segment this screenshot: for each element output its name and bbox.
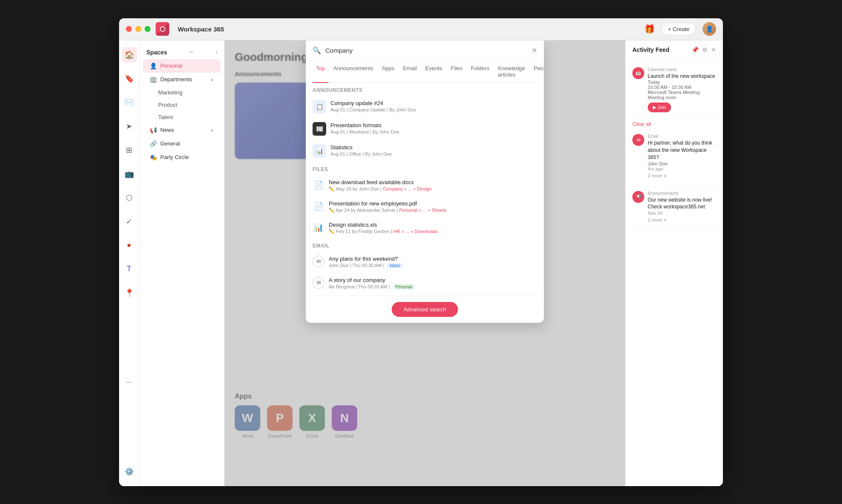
result-announcement-1[interactable]: 📋 Company update #24 Aug 01 | Company Up… — [306, 96, 544, 118]
sidebar-item-personal[interactable]: 👤 Personal — [143, 59, 221, 73]
advanced-search-button[interactable]: Advanced search — [392, 302, 458, 317]
activity-time-2: Nov 04 — [648, 211, 716, 216]
sidebar-item-personal-label: Personal — [160, 63, 182, 69]
tab-email[interactable]: Email — [400, 61, 421, 83]
pin-icon[interactable]: 📌 — [691, 46, 699, 53]
announcement-icon-1: 📋 — [313, 100, 326, 114]
more-icon[interactable]: ··· — [122, 375, 137, 390]
activity-text-1: Launch of the new workspace — [648, 73, 716, 80]
activity-title: Activity Feed — [632, 46, 669, 53]
bookmark-icon[interactable]: 🔖 — [122, 71, 137, 86]
result-file-meta-1: ✏️ May 20 by John Doe | Company » ... » … — [329, 186, 537, 192]
sidebar-item-product[interactable]: Product — [143, 99, 221, 111]
tab-apps[interactable]: Apps — [378, 61, 398, 83]
avatar[interactable]: 👤 — [703, 22, 716, 36]
result-title-3: Statistics — [330, 144, 537, 151]
app-title: Workspace 365 — [178, 26, 224, 33]
news-chevron: ∨ — [210, 127, 214, 133]
tv-icon[interactable]: 📺 — [122, 166, 137, 182]
result-file-1[interactable]: 📄 New download feed available.docx ✏️ Ma… — [306, 175, 544, 196]
activity-item-header-1: 📅 Calendar event Launch of the new works… — [632, 67, 716, 113]
settings-icon[interactable]: ⚙️ — [122, 464, 137, 479]
close-feed-icon[interactable]: ✕ — [711, 46, 716, 53]
result-email-text-2: A story of our company Ab Bergsma | Thu … — [329, 277, 537, 290]
traffic-lights — [126, 26, 151, 32]
ppt-icon[interactable]: ● — [122, 238, 137, 253]
result-file-3[interactable]: 📊 Design statistics.xls ✏️ Feb 11 by Fre… — [306, 217, 544, 239]
sidebar-item-news[interactable]: 📢 News ∨ — [143, 123, 221, 137]
calendar-badge: 📅 — [632, 67, 644, 79]
check-icon[interactable]: ✓ — [122, 214, 137, 229]
sidebar-item-party-circle[interactable]: 🎭 Party Circle — [143, 151, 221, 164]
sidebar-item-departments[interactable]: 🏢 Departments ∨ — [143, 73, 221, 86]
file-icon-2: 📄 — [313, 200, 324, 212]
tab-people[interactable]: People — [530, 61, 544, 83]
departments-chevron: ∨ — [210, 77, 214, 83]
more-link-2[interactable]: 2 more ∨ — [648, 216, 716, 225]
result-file-text-3: Design statistics.xls ✏️ Feb 11 by Fredd… — [329, 222, 537, 234]
settings-feed-icon[interactable]: ⚙ — [702, 46, 708, 53]
activity-content-1: Calendar event Launch of the new workspa… — [648, 67, 716, 113]
apps-icon[interactable]: ⬡ — [122, 190, 137, 205]
activity-actions: 📌 ⚙ ✕ — [691, 46, 716, 53]
result-file-2[interactable]: 📄 Presentation for new employees.pdf ✏️ … — [306, 196, 544, 217]
create-button[interactable]: + Create — [662, 23, 696, 35]
search-clear-button[interactable]: ✕ — [532, 46, 537, 54]
activity-content-3: Announcements Our new website is now liv… — [648, 191, 716, 225]
spaces-more[interactable]: ··· — [189, 49, 194, 56]
result-email-meta-2: Ab Bergsma | Thu 09:20 AM | Personal — [329, 284, 537, 290]
mail-icon[interactable]: ✉️ — [122, 95, 137, 110]
more-link-1[interactable]: 2 more ∨ — [648, 171, 716, 180]
result-email-meta-1: John Doe | Thu 09:20 AM | Inbox — [329, 263, 537, 268]
activity-header: Activity Feed 📌 ⚙ ✕ — [626, 40, 723, 60]
activity-sub-3: Microsoft Teams Meeting: Meeting room — [648, 90, 716, 100]
minimize-button[interactable] — [135, 26, 141, 32]
spaces-header: Spaces ··· ‹ — [139, 46, 224, 59]
teams-icon[interactable]: T — [122, 262, 137, 277]
result-title-1: Company update #24 — [330, 100, 537, 106]
sidebar-item-talent[interactable]: Talent — [143, 111, 221, 123]
result-email-1[interactable]: ✉ Any plans for this weekend? John Doe |… — [306, 251, 544, 273]
activity-type-2: Email — [648, 134, 716, 139]
tab-top[interactable]: Top — [313, 61, 328, 83]
sidebar-item-marketing[interactable]: Marketing — [143, 86, 221, 99]
activity-item-email: ✉ Email Hi partner, what do you think ab… — [626, 130, 723, 186]
search-input[interactable] — [325, 47, 527, 54]
general-icon: 🔗 — [150, 140, 157, 147]
gift-icon[interactable]: 🎁 — [644, 24, 655, 34]
tab-announcements[interactable]: Announcements — [330, 61, 377, 83]
result-file-title-2: Presentation for new employees.pdf — [329, 200, 537, 207]
activity-item-calendar: 📅 Calendar event Launch of the new works… — [626, 63, 723, 119]
result-title-2: Presentation formats — [330, 122, 537, 128]
close-button[interactable] — [126, 26, 132, 32]
tab-folders[interactable]: Folders — [467, 61, 492, 83]
join-button[interactable]: ▶ Join — [648, 103, 671, 112]
result-announcement-3[interactable]: 📊 Statistics Aug 01 | Office | By John D… — [306, 140, 544, 162]
activity-list: 📅 Calendar event Launch of the new works… — [626, 60, 723, 486]
send-icon[interactable]: ➤ — [122, 119, 137, 134]
departments-icon: 🏢 — [150, 76, 157, 83]
result-email-2[interactable]: ✉ A story of our company Ab Bergsma | Th… — [306, 273, 544, 294]
spaces-collapse[interactable]: ‹ — [216, 49, 217, 55]
file-icon-3: 📊 — [313, 222, 324, 233]
result-file-text-1: New download feed available.docx ✏️ May … — [329, 179, 537, 192]
result-announcement-2[interactable]: 📰 Presentation formats Aug 01 | Weekend … — [306, 118, 544, 140]
clear-all-button[interactable]: Clear all — [626, 119, 723, 130]
main-container: 🏠 🔖 ✉️ ➤ ⊞ 📺 ⬡ ✓ ● T 📍 ··· ⚙️ Spaces ···… — [119, 40, 723, 486]
result-text-2: Presentation formats Aug 01 | Weekend | … — [330, 122, 537, 134]
tab-events[interactable]: Events — [422, 61, 446, 83]
activity-sub-2: 10:00 AM - 10:30 AM — [648, 85, 716, 90]
maximize-button[interactable] — [145, 26, 151, 32]
sidebar-item-general[interactable]: 🔗 General — [143, 137, 221, 151]
grid-icon[interactable]: ⊞ — [122, 142, 137, 158]
maps-icon[interactable]: 📍 — [122, 285, 137, 301]
email-badge: ✉ — [632, 134, 644, 146]
activity-type-3: Announcements — [648, 191, 716, 196]
activity-text-2: Hi partner, what do you think about the … — [648, 140, 716, 161]
result-file-meta-3: ✏️ Feb 11 by Freddy Gerben | HR » ... » … — [329, 229, 537, 234]
tab-knowledge-articles[interactable]: Knowledge articles — [495, 61, 529, 83]
result-file-text-2: Presentation for new employees.pdf ✏️ Ap… — [329, 200, 537, 213]
home-icon[interactable]: 🏠 — [122, 47, 137, 63]
tab-files[interactable]: Files — [447, 61, 466, 83]
email-section-label: Email — [306, 239, 544, 251]
